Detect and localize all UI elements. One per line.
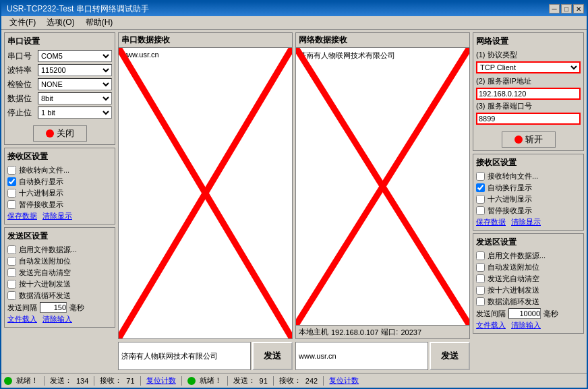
network-data-status: 本地主机 192.168.0.107 端口: 20237 xyxy=(296,325,469,338)
send-left-clear-input-link[interactable]: 清除输入 xyxy=(42,314,72,324)
serial-send-button[interactable]: 发送 xyxy=(252,342,293,370)
baud-select[interactable]: 115200 xyxy=(38,64,112,76)
recv-right-check-3[interactable] xyxy=(476,206,485,215)
recv-left-opt-2: 十六进制显示 xyxy=(7,188,112,198)
recv-left-label-0: 接收转向文件... xyxy=(19,165,69,175)
recv-left-opt-3: 暂停接收显示 xyxy=(7,200,112,210)
send-right-interval-input[interactable]: 10000 xyxy=(508,308,541,319)
send-right-check-4[interactable] xyxy=(476,297,485,306)
send-right-check-2[interactable] xyxy=(476,274,485,283)
protocol-select[interactable]: TCP Client xyxy=(476,61,581,73)
window-controls: ─ □ ✕ xyxy=(549,4,584,13)
send-right-label-4: 数据流循环发送 xyxy=(488,297,539,307)
sep-7 xyxy=(323,376,324,386)
status-send: 发送： 134 xyxy=(50,376,88,386)
recv-right-links: 保存数据 清除显示 xyxy=(476,217,581,227)
serial-close-button[interactable]: 关闭 xyxy=(33,125,87,142)
send-left-check-0[interactable] xyxy=(7,245,16,254)
server-ip-input[interactable]: 192.168.0.120 xyxy=(476,88,581,100)
recv-left-label-2: 十六进制显示 xyxy=(19,188,63,198)
local-host-label: 本地主机 xyxy=(299,327,328,337)
send-right-check-1[interactable] xyxy=(476,263,485,272)
serial-send-panel[interactable]: 济南有人物联网技术有限公司 xyxy=(118,342,251,370)
port-value: 20237 xyxy=(401,328,421,336)
send-left-check-2[interactable] xyxy=(7,268,16,277)
send-right-interval-unit: 毫秒 xyxy=(543,309,558,319)
send-right-file-load-link[interactable]: 文件载入 xyxy=(476,320,506,330)
send-left-interval-label: 发送间隔 xyxy=(7,303,37,313)
left-panel: 串口设置 串口号 COM5 波特率 115200 检验位 NONE xyxy=(4,32,115,370)
status-receive: 接收： 71 xyxy=(100,376,134,386)
recv-left-clear-link[interactable]: 清除显示 xyxy=(42,211,72,221)
send-left-label-2: 发送完自动清空 xyxy=(19,268,71,278)
send-left-label-1: 自动发送附加位 xyxy=(19,256,71,266)
title-bar: USR-TCP232-Test 串口转网络调试助手 ─ □ ✕ xyxy=(1,1,587,16)
maximize-button[interactable]: □ xyxy=(561,4,572,13)
baud-label: 波特率 xyxy=(7,65,38,76)
right-receive-value: 242 xyxy=(305,377,318,385)
recv-right-clear-link[interactable]: 清除显示 xyxy=(511,217,541,227)
server-port-input[interactable]: 8899 xyxy=(476,113,581,125)
serial-status-indicator xyxy=(46,129,54,138)
recv-right-opt-3: 暂停接收显示 xyxy=(476,206,581,216)
network-open-button[interactable]: 斩开 xyxy=(502,131,556,148)
recv-right-check-1[interactable] xyxy=(476,183,485,192)
recv-right-check-0[interactable] xyxy=(476,172,485,181)
stop-label: 停止位 xyxy=(7,107,38,119)
send-right-check-0[interactable] xyxy=(476,251,485,260)
status-middle-icon xyxy=(187,377,196,385)
reset-count-right-link[interactable]: 复位计数 xyxy=(329,376,359,386)
check-select[interactable]: NONE xyxy=(38,78,112,90)
status-left-text: 就绪！ xyxy=(16,376,38,386)
recv-left-check-1[interactable] xyxy=(7,177,16,186)
local-host-value: 192.168.0.107 xyxy=(331,328,378,336)
recv-left-check-0[interactable] xyxy=(7,166,16,175)
svg-line-3 xyxy=(296,48,469,325)
send-left-label-3: 按十六进制发送 xyxy=(19,279,71,289)
menu-file[interactable]: 文件(F) xyxy=(4,16,41,30)
send-left-interval-input[interactable]: 150 xyxy=(40,302,67,313)
right-receive-label: 接收： xyxy=(279,376,301,386)
recv-left-check-3[interactable] xyxy=(7,200,16,209)
minimize-button[interactable]: ─ xyxy=(549,4,560,13)
recv-left-check-2[interactable] xyxy=(7,189,16,198)
recv-right-check-2[interactable] xyxy=(476,195,485,204)
network-send-panel[interactable]: www.usr.cn xyxy=(295,342,428,370)
send-right-interval-label: 发送间隔 xyxy=(476,309,506,319)
send-right-clear-input-link[interactable]: 清除输入 xyxy=(511,320,541,330)
network-send-text: www.usr.cn xyxy=(299,352,336,360)
reset-count-left-link[interactable]: 复位计数 xyxy=(146,376,176,386)
recv-right-opt-1: 自动换行显示 xyxy=(476,183,581,193)
stop-select[interactable]: 1 bit xyxy=(38,107,112,119)
sep-6 xyxy=(273,376,274,386)
send-left-check-1[interactable] xyxy=(7,257,16,266)
close-button[interactable]: ✕ xyxy=(573,4,584,13)
send-right-opt-0: 启用文件数据源... xyxy=(476,251,581,261)
send-left-file-load-link[interactable]: 文件载入 xyxy=(7,314,37,324)
recv-right-save-link[interactable]: 保存数据 xyxy=(476,217,506,227)
menu-options[interactable]: 选项(O) xyxy=(41,16,80,30)
port-select[interactable]: COM5 xyxy=(38,50,112,62)
menu-bar: 文件(F) 选项(O) 帮助(H) xyxy=(1,16,587,30)
send-left-opt-3: 按十六进制发送 xyxy=(7,279,112,289)
send-right-opt-3: 按十六进制发送 xyxy=(476,285,581,295)
recv-left-label-3: 暂停接收显示 xyxy=(19,200,63,210)
serial-data-title: 串口数据接收 xyxy=(119,33,292,48)
send-right-check-3[interactable] xyxy=(476,286,485,295)
network-data-content: 济南有人物联网技术有限公司 xyxy=(296,48,469,325)
network-send-button[interactable]: 发送 xyxy=(430,342,470,370)
serial-red-x xyxy=(119,48,292,338)
network-data-title: 网络数据接收 xyxy=(296,33,469,48)
data-select[interactable]: 8bit xyxy=(38,92,112,104)
main-window: USR-TCP232-Test 串口转网络调试助手 ─ □ ✕ 文件(F) 选项… xyxy=(0,0,588,389)
sep-3 xyxy=(140,376,141,386)
right-send-label: 发送： xyxy=(233,376,256,386)
send-left-check-3[interactable] xyxy=(7,280,16,289)
receive-settings-left-panel: 接收区设置 接收转向文件... 自动换行显示 十六进制显示 暂停接收显示 xyxy=(4,148,115,225)
recv-left-opt-1: 自动换行显示 xyxy=(7,177,112,187)
status-right-send: 发送： 91 xyxy=(233,376,268,386)
send-left-check-4[interactable] xyxy=(7,291,16,300)
send-left-opt-4: 数据流循环发送 xyxy=(7,291,112,301)
recv-left-save-link[interactable]: 保存数据 xyxy=(7,211,37,221)
menu-help[interactable]: 帮助(H) xyxy=(80,16,119,30)
